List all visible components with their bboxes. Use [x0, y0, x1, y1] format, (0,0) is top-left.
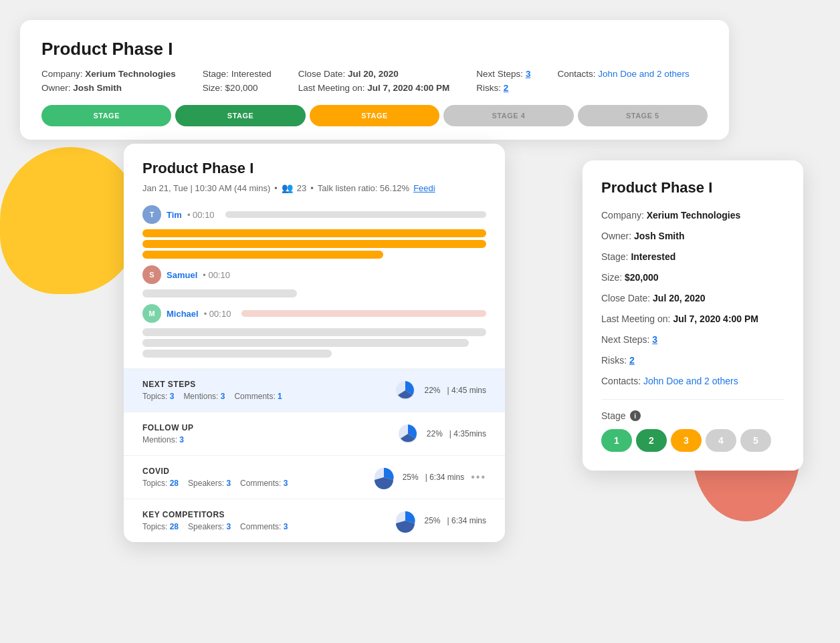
card1-size: Size: $20,000 — [203, 83, 272, 93]
card1-steps-risks: Next Steps: 3 Risks: 2 — [476, 69, 530, 93]
follow-up-pie — [396, 422, 420, 446]
speaker-tim-time: • 00:10 — [187, 210, 215, 220]
speaker-tim-row: T Tim • 00:10 — [142, 205, 486, 224]
card1-risks: Risks: 2 — [476, 83, 530, 93]
follow-up-right: 22% | 4:35mins — [396, 422, 486, 446]
speaker-michael-row: M Michael • 00:10 — [142, 304, 486, 323]
key-competitors-title: KEY COMPETITORS — [142, 510, 288, 519]
covid-title: COVID — [142, 467, 288, 476]
michael-bar-2 — [142, 339, 469, 347]
card3-divider — [601, 399, 784, 400]
card3-close-date: Close Date: Jul 20, 2020 — [601, 291, 784, 305]
next-steps-link[interactable]: 3 — [526, 69, 531, 79]
michael-talk-bar-bg — [241, 310, 486, 317]
speaker-michael-time: • 00:10 — [204, 309, 231, 319]
key-competitors-section: KEY COMPETITORS Topics: 28 Speakers: 3 C… — [124, 499, 505, 542]
card3-stage-label: Stage i — [601, 410, 784, 421]
tim-bar-2 — [142, 240, 486, 248]
card3-next-steps-link[interactable]: 3 — [652, 334, 657, 345]
speaker-samuel-time: • 00:10 — [203, 270, 230, 280]
card1-stage-size: Stage: Interested Size: $20,000 — [203, 69, 272, 93]
card2-subtitle: Jan 21, Tue | 10:30 AM (44 mins) • 👥 23 … — [142, 182, 486, 193]
deal-detail-card: Product Phase I Company: Xerium Technolo… — [583, 160, 803, 471]
card1-contacts: Contacts: John Doe and 2 others — [557, 69, 689, 93]
stage-circle-4[interactable]: 4 — [706, 429, 736, 452]
card3-size: Size: $20,000 — [601, 271, 784, 285]
speaker-tim-name: Tim — [167, 210, 182, 220]
tim-talk-bar-bg — [225, 211, 486, 218]
stage-pill-1[interactable]: STAGE — [41, 105, 171, 126]
card2-title: Product Phase I — [142, 160, 486, 177]
speaker-samuel-name: Samuel — [167, 270, 197, 280]
stage-circle-5[interactable]: 5 — [740, 429, 771, 452]
meeting-transcript-card: Product Phase I Jan 21, Tue | 10:30 AM (… — [124, 144, 505, 542]
next-steps-pie — [393, 378, 417, 402]
card3-stage: Stage: Interested — [601, 250, 784, 264]
stage-pill-5[interactable]: STAGE 5 — [578, 105, 708, 126]
michael-bars — [142, 328, 486, 358]
card1-next-steps: Next Steps: 3 — [476, 69, 530, 79]
card3-last-meeting: Last Meeting on: Jul 7, 2020 4:00 PM — [601, 312, 784, 326]
avatar-samuel: S — [142, 265, 161, 284]
card3-contacts-link[interactable]: John Doe and 2 others — [643, 376, 738, 386]
card1-last-meeting: Last Meeting on: Jul 7, 2020 4:00 PM — [298, 83, 450, 93]
stage-circle-1[interactable]: 1 — [601, 429, 632, 452]
key-competitors-meta: Topics: 28 Speakers: 3 Comments: 3 — [142, 522, 288, 531]
stage-progress-bar: STAGE STAGE STAGE STAGE 4 STAGE 5 — [41, 105, 708, 126]
follow-up-meta: Mentions: 3 — [142, 435, 194, 444]
key-competitors-right: 25% | 6:34 mins — [393, 509, 486, 533]
yellow-blob — [0, 147, 140, 294]
covid-section: COVID Topics: 28 Speakers: 3 Comments: 3… — [124, 455, 505, 499]
covid-meta: Topics: 28 Speakers: 3 Comments: 3 — [142, 479, 288, 488]
follow-up-section: Follow Up Mentions: 3 22% | 4:35mins — [124, 412, 505, 455]
samuel-bar-1 — [142, 289, 297, 297]
card3-stage-circles: 1 2 3 4 5 — [601, 429, 784, 452]
card1-contacts-item: Contacts: John Doe and 2 others — [557, 69, 689, 79]
michael-bar-3 — [142, 350, 332, 358]
contacts-link[interactable]: John Doe and 2 others — [598, 69, 690, 79]
card3-risks-link[interactable]: 2 — [629, 355, 635, 366]
stage-pill-2[interactable]: STAGE — [175, 105, 305, 126]
key-competitors-pie — [393, 509, 417, 533]
next-steps-section-title: NEXT STEPS — [142, 380, 282, 389]
card3-risks: Risks: 2 — [601, 354, 784, 368]
card1-company: Company: Xerium Technologies — [41, 69, 176, 79]
card1-close-date: Close Date: Jul 20, 2020 — [298, 69, 450, 79]
tim-bars — [142, 229, 486, 259]
people-icon: 👥 — [282, 182, 293, 193]
covid-dots-menu[interactable]: ••• — [471, 471, 486, 483]
tim-bar-3 — [142, 251, 383, 259]
card3-contacts: Contacts: John Doe and 2 others — [601, 374, 784, 388]
follow-up-title: Follow Up — [142, 423, 194, 432]
card1-owner: Owner: Josh Smith — [41, 83, 176, 93]
tim-bar-1 — [142, 229, 486, 237]
deal-overview-card: Product Phase I Company: Xerium Technolo… — [20, 20, 729, 140]
avatar-tim: T — [142, 205, 161, 224]
speaker-samuel-row: S Samuel • 00:10 — [142, 265, 486, 284]
card3-title: Product Phase I — [601, 179, 784, 197]
covid-pie — [372, 465, 396, 489]
card3-next-steps: Next Steps: 3 — [601, 333, 784, 347]
covid-right: 25% | 6:34 mins ••• — [372, 465, 486, 489]
stage-circle-2[interactable]: 2 — [636, 429, 667, 452]
card3-owner: Owner: Josh Smith — [601, 229, 784, 243]
samuel-bars — [142, 289, 486, 297]
speaker-michael-name: Michael — [167, 309, 199, 319]
feed-link[interactable]: Feedi — [413, 183, 435, 193]
michael-bar-1 — [142, 328, 486, 336]
stage-pill-4[interactable]: STAGE 4 — [443, 105, 573, 126]
risks-link[interactable]: 2 — [504, 83, 509, 93]
next-steps-right: 22% | 4:45 mins — [393, 378, 486, 402]
card1-title: Product Phase I — [41, 39, 708, 59]
stage-pill-3[interactable]: STAGE — [310, 105, 439, 126]
avatar-michael: M — [142, 304, 161, 323]
next-steps-section: NEXT STEPS Topics: 3 Mentions: 3 Comment… — [124, 368, 505, 412]
info-icon: i — [630, 410, 641, 421]
card1-stage: Stage: Interested — [203, 69, 272, 79]
stage-circle-3[interactable]: 3 — [671, 429, 702, 452]
card1-company-owner: Company: Xerium Technologies Owner: Josh… — [41, 69, 176, 93]
next-steps-meta: Topics: 3 Mentions: 3 Comments: 1 — [142, 392, 282, 401]
card1-dates: Close Date: Jul 20, 2020 Last Meeting on… — [298, 69, 450, 93]
card3-company: Company: Xerium Technologies — [601, 209, 784, 223]
